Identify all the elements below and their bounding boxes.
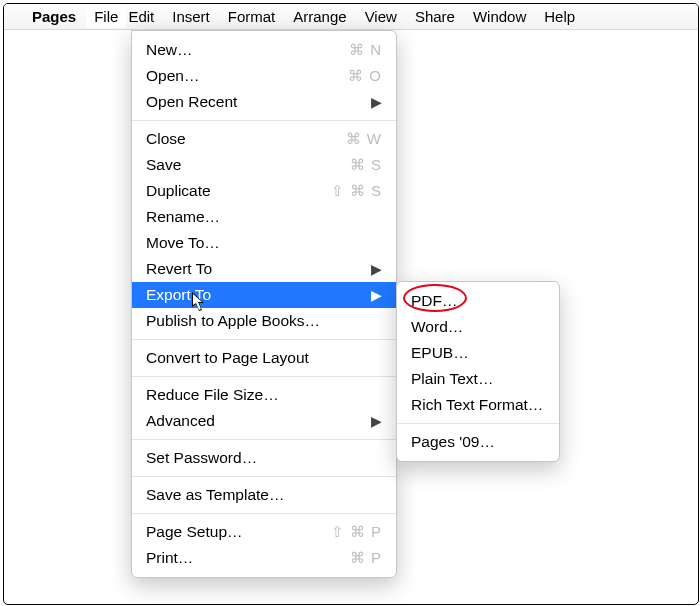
shortcut-label: ⌘ W xyxy=(346,130,382,148)
menu-item-label: Convert to Page Layout xyxy=(146,349,382,367)
file-page-setup[interactable]: Page Setup…⇧ ⌘ P xyxy=(132,519,396,545)
submenu-item-label: PDF… xyxy=(411,292,458,310)
menu-edit[interactable]: Edit xyxy=(128,8,154,25)
menu-help[interactable]: Help xyxy=(544,8,575,25)
submenu-item-label: EPUB… xyxy=(411,344,469,362)
menu-item-label: Rename… xyxy=(146,208,382,226)
shortcut-label: ⇧ ⌘ P xyxy=(331,523,382,541)
menu-separator xyxy=(132,476,396,477)
export-rtf[interactable]: Rich Text Format… xyxy=(397,392,559,418)
menu-item-label: Move To… xyxy=(146,234,382,252)
file-open[interactable]: Open…⌘ O xyxy=(132,63,396,89)
menu-separator xyxy=(132,120,396,121)
menu-insert[interactable]: Insert xyxy=(172,8,210,25)
menu-item-label: Save as Template… xyxy=(146,486,382,504)
menu-item-label: Duplicate xyxy=(146,182,331,200)
file-print[interactable]: Print…⌘ P xyxy=(132,545,396,571)
menu-window[interactable]: Window xyxy=(473,8,526,25)
file-new[interactable]: New…⌘ N xyxy=(132,37,396,63)
menu-item-label: Print… xyxy=(146,549,350,567)
chevron-right-icon: ▶ xyxy=(371,287,382,303)
menu-view[interactable]: View xyxy=(365,8,397,25)
file-export-to[interactable]: Export To▶ xyxy=(132,282,396,308)
file-set-password[interactable]: Set Password… xyxy=(132,445,396,471)
menu-item-label: New… xyxy=(146,41,349,59)
export-pages09[interactable]: Pages '09… xyxy=(397,429,559,455)
file-move-to[interactable]: Move To… xyxy=(132,230,396,256)
export-word[interactable]: Word… xyxy=(397,314,559,340)
shortcut-label: ⌘ P xyxy=(350,549,382,567)
submenu-item-label: Plain Text… xyxy=(411,370,493,388)
menu-share[interactable]: Share xyxy=(415,8,455,25)
menu-separator xyxy=(132,339,396,340)
menu-item-label: Set Password… xyxy=(146,449,382,467)
chevron-right-icon: ▶ xyxy=(371,94,382,110)
menu-separator xyxy=(397,423,559,424)
menu-separator xyxy=(132,513,396,514)
export-epub[interactable]: EPUB… xyxy=(397,340,559,366)
file-menu-dropdown: New…⌘ N Open…⌘ O Open Recent▶ Close⌘ W S… xyxy=(131,30,397,578)
shortcut-label: ⌘ S xyxy=(350,156,382,174)
menu-arrange[interactable]: Arrange xyxy=(293,8,346,25)
submenu-item-label: Pages '09… xyxy=(411,433,495,451)
file-save[interactable]: Save⌘ S xyxy=(132,152,396,178)
submenu-item-label: Rich Text Format… xyxy=(411,396,543,414)
submenu-item-label: Word… xyxy=(411,318,463,336)
export-plain-text[interactable]: Plain Text… xyxy=(397,366,559,392)
shortcut-label: ⌘ N xyxy=(349,41,382,59)
file-open-recent[interactable]: Open Recent▶ xyxy=(132,89,396,115)
menu-item-label: Save xyxy=(146,156,350,174)
file-save-as-template[interactable]: Save as Template… xyxy=(132,482,396,508)
file-publish-apple-books[interactable]: Publish to Apple Books… xyxy=(132,308,396,334)
file-advanced[interactable]: Advanced▶ xyxy=(132,408,396,434)
shortcut-label: ⌘ O xyxy=(348,67,382,85)
menu-pages[interactable]: Pages xyxy=(32,8,76,25)
menu-item-label: Advanced xyxy=(146,412,371,430)
file-rename[interactable]: Rename… xyxy=(132,204,396,230)
menubar: Pages File Edit Insert Format Arrange Vi… xyxy=(4,4,698,30)
menu-item-label: Close xyxy=(146,130,346,148)
app-window: Pages File Edit Insert Format Arrange Vi… xyxy=(3,3,699,605)
menu-separator xyxy=(132,439,396,440)
shortcut-label: ⇧ ⌘ S xyxy=(331,182,382,200)
menu-item-label: Revert To xyxy=(146,260,371,278)
file-close[interactable]: Close⌘ W xyxy=(132,126,396,152)
chevron-right-icon: ▶ xyxy=(371,413,382,429)
file-revert-to[interactable]: Revert To▶ xyxy=(132,256,396,282)
menu-item-label: Reduce File Size… xyxy=(146,386,382,404)
menu-item-label: Open Recent xyxy=(146,93,371,111)
menu-item-label: Page Setup… xyxy=(146,523,331,541)
file-duplicate[interactable]: Duplicate⇧ ⌘ S xyxy=(132,178,396,204)
menu-item-label: Publish to Apple Books… xyxy=(146,312,382,330)
file-convert-page-layout[interactable]: Convert to Page Layout xyxy=(132,345,396,371)
menu-item-label: Export To xyxy=(146,286,371,304)
menu-separator xyxy=(132,376,396,377)
menu-item-label: Open… xyxy=(146,67,348,85)
chevron-right-icon: ▶ xyxy=(371,261,382,277)
menu-file[interactable]: File xyxy=(86,5,126,28)
export-pdf[interactable]: PDF… xyxy=(397,288,559,314)
file-reduce-file-size[interactable]: Reduce File Size… xyxy=(132,382,396,408)
menu-format[interactable]: Format xyxy=(228,8,276,25)
export-submenu: PDF… Word… EPUB… Plain Text… Rich Text F… xyxy=(396,281,560,462)
